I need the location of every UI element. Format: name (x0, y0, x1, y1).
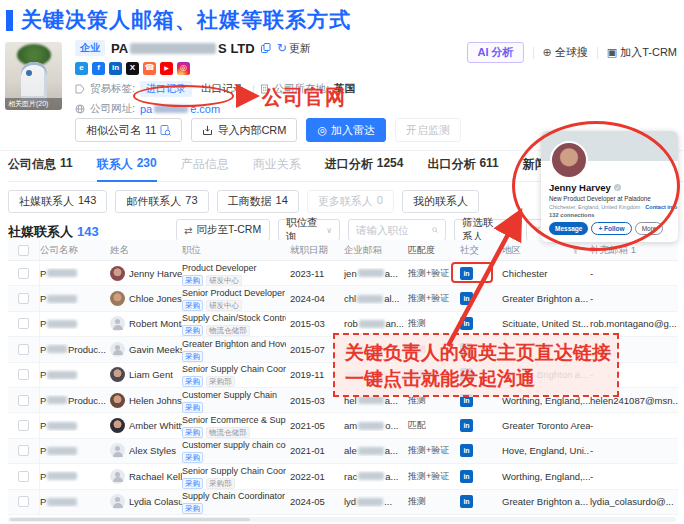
follow-button[interactable]: + Follow (591, 222, 631, 235)
job-query-dropdown[interactable]: 职位查询 ∨ (278, 219, 340, 241)
search-icon[interactable] (432, 225, 438, 235)
join-radar-label: 加入雷达 (331, 123, 375, 138)
cell-social: in (460, 292, 502, 305)
chevron-down-icon: ∨ (326, 226, 332, 235)
row-checkbox[interactable] (18, 395, 29, 406)
horizontal-scrollbar[interactable] (8, 517, 676, 522)
position-badges: 采购采购部 (182, 376, 286, 387)
copy-icon[interactable] (261, 43, 271, 53)
role-tag: 采购 (182, 452, 203, 463)
position-title: Customer Supply Chain (182, 390, 286, 401)
position-badges: 采购 (182, 402, 286, 413)
linkedin-icon[interactable]: in (460, 267, 473, 280)
cell-checkbox (8, 464, 40, 488)
tab-产品信息[interactable]: 产品信息 (181, 156, 229, 181)
facebook-icon[interactable]: f (92, 62, 105, 75)
company-prefix: P (40, 369, 46, 380)
sync-to-tcrm-button[interactable]: ⇄ 同步至T-CRM (176, 219, 270, 241)
join-tcrm-label: 加入T-CRM (620, 45, 677, 60)
row-checkbox[interactable] (18, 445, 29, 456)
row-checkbox[interactable] (18, 471, 29, 482)
subtab-更多联系人[interactable]: 更多联系人0 (307, 190, 394, 213)
company-prefix: P (40, 395, 46, 406)
linkedin-icon[interactable]: in (460, 419, 473, 432)
tab-商业关系[interactable]: 商业关系 (253, 156, 301, 181)
subtab-工商数据[interactable]: 工商数据14 (217, 190, 299, 213)
position-title: Supply Chain/Stock Control (182, 313, 286, 324)
website-icon[interactable]: e (75, 62, 88, 75)
cell-name: Lydia Colasurdo (110, 494, 182, 509)
company-name-redacted (130, 43, 216, 54)
ai-analysis-button[interactable]: AI 分析 (467, 42, 523, 63)
linkedin-icon[interactable]: in (460, 317, 473, 330)
import-records-tag[interactable]: 进口记录 (140, 81, 192, 97)
avatar (110, 418, 125, 433)
global-search-button[interactable]: ⊕ 全球搜 (543, 45, 588, 60)
tab-label: 商业关系 (253, 156, 301, 173)
tab-联系人[interactable]: 联系人230 (97, 156, 157, 181)
linkedin-icon[interactable]: in (109, 62, 122, 75)
position-badges: 采购物流仓储部 (182, 325, 286, 336)
company-redacted (47, 498, 77, 506)
subtab-我的联系人[interactable]: 我的联系人 (402, 190, 479, 213)
select-all-checkbox[interactable] (18, 245, 29, 256)
filter-contacts-dropdown[interactable]: 筛选联系人 ∨ (454, 219, 518, 241)
message-button[interactable]: Message (549, 222, 588, 235)
row-checkbox[interactable] (18, 293, 29, 304)
position-badges: 采购研发中心 (182, 275, 286, 286)
cell-checkbox (8, 261, 40, 285)
position-badges: 采购物流仓储部 (182, 427, 286, 438)
instagram-icon[interactable]: ◎ (177, 62, 190, 75)
join-tcrm-button[interactable]: ▣ 加入T-CRM (607, 45, 677, 60)
company-suffix: Produc... (68, 344, 106, 355)
company-image-thumbnail[interactable]: 相关图片(20) (5, 42, 62, 110)
cell-match-level: 推测+验证 (408, 470, 460, 483)
phone-icon[interactable]: ☎ (143, 62, 156, 75)
email-redacted (358, 269, 384, 277)
company-website-link[interactable]: pa e.com (140, 103, 220, 115)
cell-extra-email: - (590, 293, 678, 304)
cell-extra-email: - (590, 420, 678, 431)
export-records-tag[interactable]: 出口记录 (197, 81, 247, 97)
subtab-邮件联系人[interactable]: 邮件联系人73 (115, 190, 208, 213)
department-tag: 研发中心 (206, 300, 242, 311)
row-checkbox[interactable] (18, 496, 29, 507)
avatar (110, 469, 125, 484)
tab-出口分析[interactable]: 出口分析611 (427, 156, 498, 181)
cell-start-date: 2015-03 (290, 318, 344, 329)
linkedin-icon[interactable]: in (460, 292, 473, 305)
row-checkbox[interactable] (18, 420, 29, 431)
annotation-box: 关键负责人的领英主页直达链接 一键点击就能发起沟通 (333, 333, 619, 397)
row-checkbox[interactable] (18, 318, 29, 329)
linkedin-icon[interactable]: in (460, 470, 473, 483)
tab-进口分析[interactable]: 进口分析1254 (325, 156, 404, 181)
linkedin-icon[interactable]: in (460, 495, 473, 508)
subtab-社媒联系人[interactable]: 社媒联系人143 (8, 190, 107, 213)
cell-name: Alex Styles (110, 443, 182, 458)
refresh-button[interactable]: ↻ 更新 (277, 41, 311, 56)
more-button[interactable]: More (635, 222, 664, 235)
join-radar-button[interactable]: ◎ 加入雷达 (306, 118, 386, 142)
row-checkbox[interactable] (18, 344, 29, 355)
title-accent-bar (6, 10, 13, 31)
row-checkbox[interactable] (18, 369, 29, 380)
linkedin-icon[interactable]: in (460, 444, 473, 457)
youtube-icon[interactable]: ▶ (160, 62, 173, 75)
import-crm-button[interactable]: 导入内部CRM (191, 118, 297, 142)
cell-company: P (40, 496, 110, 507)
scrollbar-thumb[interactable] (10, 518, 250, 521)
tab-公司信息[interactable]: 公司信息11 (8, 156, 73, 181)
job-search-input[interactable] (356, 224, 428, 236)
x-icon[interactable]: X (126, 62, 139, 75)
cell-social: in (460, 470, 502, 483)
row-checkbox[interactable] (18, 268, 29, 279)
filter-funnel-icon[interactable] (571, 246, 580, 255)
email-suffix: o... (385, 420, 398, 431)
company-redacted (47, 345, 67, 353)
job-search-box[interactable] (348, 219, 446, 241)
start-monitoring-button[interactable]: 开启监测 (395, 118, 461, 142)
cell-position: Senior Ecommerce & Supply Cha...采购物流仓储部 (182, 413, 290, 438)
cell-company: P (40, 445, 110, 456)
contact-info-link[interactable]: Contact info (645, 204, 677, 210)
similar-companies-button[interactable]: 相似公司名 11 (75, 118, 182, 142)
